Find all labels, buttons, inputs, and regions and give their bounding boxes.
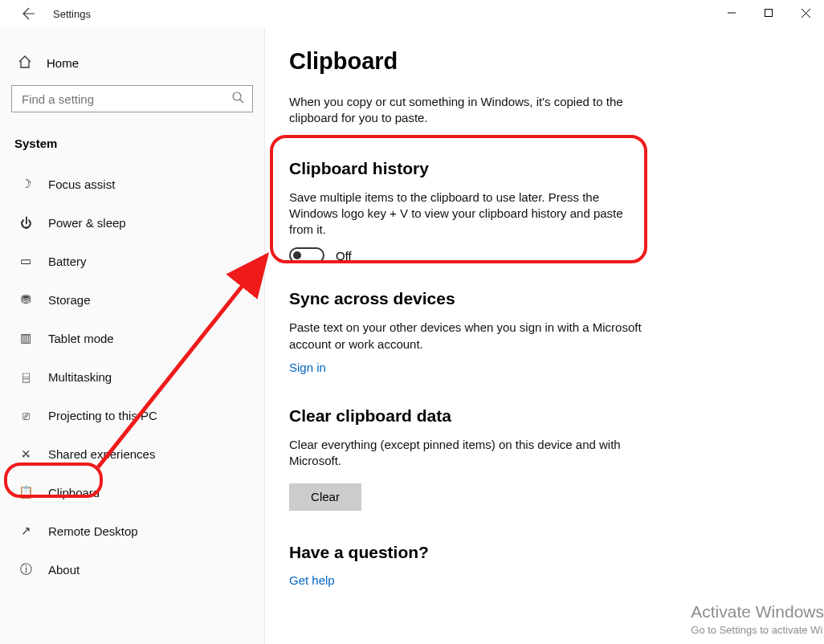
sync-heading: Sync across devices xyxy=(289,289,800,308)
nav-item-shared-experiences[interactable]: ⤩ Shared experiences xyxy=(11,434,253,473)
minimize-button[interactable] xyxy=(713,0,750,26)
history-toggle[interactable] xyxy=(289,247,324,263)
search-box[interactable] xyxy=(11,85,253,112)
minimize-icon xyxy=(728,9,736,17)
back-arrow-icon xyxy=(22,7,35,20)
shared-icon: ⤩ xyxy=(18,446,34,461)
nav-label: Storage xyxy=(48,293,91,307)
search-icon xyxy=(232,92,244,106)
nav-label: Battery xyxy=(48,255,87,268)
nav-label: Clipboard xyxy=(48,486,100,499)
search-input[interactable] xyxy=(20,92,232,107)
nav-item-tablet-mode[interactable]: ▥ Tablet mode xyxy=(11,319,253,357)
home-nav[interactable]: Home xyxy=(11,45,253,80)
power-icon: ⏻ xyxy=(18,216,34,230)
watermark-subtitle: Go to Settings to activate Wi xyxy=(691,623,824,638)
nav-item-projecting[interactable]: ⎚ Projecting to this PC xyxy=(11,396,253,434)
maximize-button[interactable] xyxy=(750,0,787,26)
nav-label: Focus assist xyxy=(48,177,115,191)
history-desc: Save multiple items to the clipboard to … xyxy=(289,190,642,238)
category-label: System xyxy=(11,137,253,150)
svg-line-5 xyxy=(240,100,243,103)
page-title: Clipboard xyxy=(289,48,800,75)
clear-heading: Clear clipboard data xyxy=(289,406,800,426)
home-icon xyxy=(18,55,32,71)
content-pane: Clipboard When you copy or cut something… xyxy=(265,27,824,644)
close-icon xyxy=(802,9,810,18)
clear-desc: Clear everything (except pinned items) o… xyxy=(289,437,642,470)
clipboard-icon: 📋 xyxy=(18,485,34,499)
nav-item-remote-desktop[interactable]: ↗ Remote Desktop xyxy=(11,512,253,550)
sidebar: Home System ☽ Focus assist ⏻ Power & sle… xyxy=(0,27,265,644)
home-label: Home xyxy=(47,56,79,70)
title-bar: Settings xyxy=(0,0,824,27)
nav-item-storage[interactable]: ⛃ Storage xyxy=(11,280,253,319)
tablet-icon: ▥ xyxy=(18,331,34,345)
sign-in-link[interactable]: Sign in xyxy=(289,361,800,374)
get-help-link[interactable]: Get help xyxy=(289,573,800,587)
moon-icon: ☽ xyxy=(18,177,34,191)
nav-item-clipboard[interactable]: 📋 Clipboard xyxy=(11,473,253,512)
history-heading: Clipboard history xyxy=(289,159,800,178)
activation-watermark: Activate Windows Go to Settings to activ… xyxy=(691,601,824,638)
page-intro: When you copy or cut something in Window… xyxy=(289,94,642,127)
nav-label: Power & sleep xyxy=(48,216,126,230)
nav-item-about[interactable]: ⓘ About xyxy=(11,550,253,589)
multitask-icon: ⌸ xyxy=(18,370,34,384)
nav-item-multitasking[interactable]: ⌸ Multitasking xyxy=(11,357,253,396)
svg-point-4 xyxy=(233,92,241,100)
nav-label: Tablet mode xyxy=(48,332,114,345)
about-icon: ⓘ xyxy=(18,562,34,577)
battery-icon: ▭ xyxy=(18,254,34,268)
nav-label: Shared experiences xyxy=(48,447,155,461)
svg-rect-1 xyxy=(765,10,773,17)
nav-label: Projecting to this PC xyxy=(48,409,157,422)
nav-item-focus-assist[interactable]: ☽ Focus assist xyxy=(11,165,253,203)
storage-icon: ⛃ xyxy=(18,292,34,307)
window-controls xyxy=(713,0,824,26)
nav-label: Remote Desktop xyxy=(48,524,138,538)
clear-button[interactable]: Clear xyxy=(289,483,361,511)
maximize-icon xyxy=(765,9,773,17)
history-toggle-state: Off xyxy=(336,249,352,263)
nav-label: Multitasking xyxy=(48,370,112,384)
close-button[interactable] xyxy=(787,0,824,26)
nav-label: About xyxy=(48,563,80,577)
sync-desc: Paste text on your other devices when yo… xyxy=(289,320,642,353)
toggle-knob-icon xyxy=(293,251,301,259)
nav-item-battery[interactable]: ▭ Battery xyxy=(11,242,253,280)
back-button[interactable] xyxy=(11,0,47,27)
nav-item-power-sleep[interactable]: ⏻ Power & sleep xyxy=(11,203,253,242)
remote-icon: ↗ xyxy=(18,524,34,538)
help-heading: Have a question? xyxy=(289,543,800,562)
project-icon: ⎚ xyxy=(18,409,34,422)
watermark-title: Activate Windows xyxy=(691,601,824,623)
nav-list: ☽ Focus assist ⏻ Power & sleep ▭ Battery… xyxy=(11,165,253,589)
